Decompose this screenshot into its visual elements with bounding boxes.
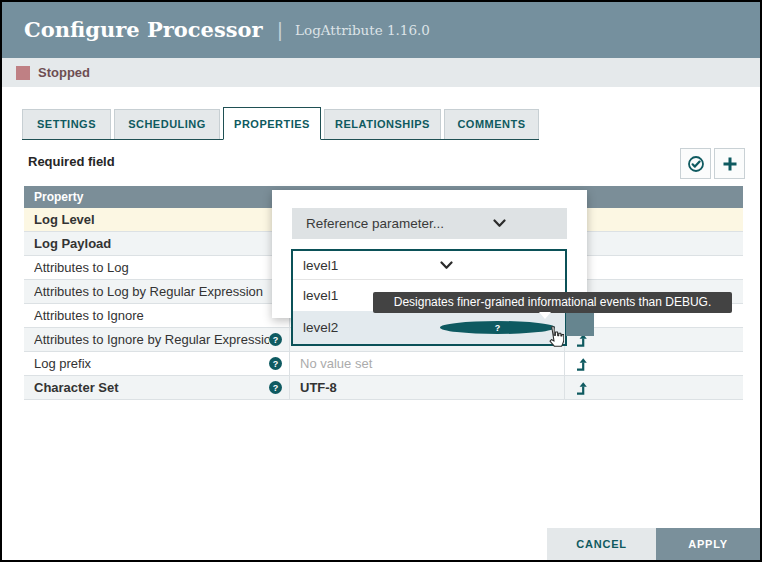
help-icon[interactable]: ? bbox=[269, 357, 282, 370]
tab-properties[interactable]: PROPERTIES bbox=[223, 107, 321, 140]
add-property-button[interactable] bbox=[714, 148, 745, 179]
property-extra-cell bbox=[565, 352, 743, 375]
property-name-cell: Attributes to Ignore by Regular Expressi… bbox=[24, 328, 290, 351]
level-up-arrow-icon[interactable] bbox=[575, 381, 588, 395]
option-description-tooltip: Designates finer-grained informational e… bbox=[373, 292, 732, 313]
property-value-cell[interactable]: No value set bbox=[290, 352, 565, 375]
status-bar: Stopped bbox=[0, 58, 762, 87]
property-value-cell[interactable]: UTF-8 bbox=[290, 376, 565, 399]
verify-properties-button[interactable] bbox=[680, 148, 711, 179]
combo-option-level2[interactable]: level2 ? bbox=[293, 311, 565, 344]
property-name-cell: Character Set ? bbox=[24, 376, 290, 399]
cancel-button[interactable]: CANCEL bbox=[547, 528, 656, 560]
configure-processor-dialog: Configure Processor | LogAttribute 1.16.… bbox=[0, 0, 762, 562]
dialog-titlebar: Configure Processor | LogAttribute 1.16.… bbox=[0, 0, 762, 58]
processor-type-version: LogAttribute 1.16.0 bbox=[295, 20, 430, 38]
property-name-cell: Attributes to Log by Regular Expression bbox=[24, 280, 290, 303]
property-extra-cell bbox=[565, 208, 743, 231]
combo-selected-value[interactable]: level1 bbox=[293, 251, 565, 280]
tab-settings[interactable]: SETTINGS bbox=[22, 109, 111, 139]
tab-relationships[interactable]: RELATIONSHIPS bbox=[324, 109, 441, 139]
property-extra-cell bbox=[565, 232, 743, 255]
reference-parameter-select[interactable]: Reference parameter... bbox=[292, 208, 567, 239]
property-name-cell: Attributes to Ignore bbox=[24, 304, 290, 327]
property-column-header: Property bbox=[34, 190, 83, 204]
tooltip-caret bbox=[539, 312, 551, 319]
property-name-cell: Log prefix ? bbox=[24, 352, 290, 375]
apply-button[interactable]: APPLY bbox=[656, 528, 760, 560]
plus-icon bbox=[721, 155, 739, 173]
help-icon[interactable]: ? bbox=[440, 321, 555, 334]
stopped-status-icon bbox=[16, 66, 30, 80]
chevron-down-icon bbox=[493, 219, 555, 228]
property-name-cell: Log Payload bbox=[24, 232, 290, 255]
property-extra-cell bbox=[565, 256, 743, 279]
title-separator: | bbox=[277, 18, 283, 40]
property-name-cell: Log Level bbox=[24, 208, 290, 231]
help-icon[interactable]: ? bbox=[269, 333, 282, 346]
dialog-title: Configure Processor bbox=[24, 17, 263, 42]
table-row: Log prefix ? No value set bbox=[24, 352, 743, 376]
check-circle-icon bbox=[687, 155, 705, 173]
status-label: Stopped bbox=[38, 65, 90, 80]
property-extra-cell bbox=[565, 376, 743, 399]
table-row: Character Set ? UTF-8 bbox=[24, 376, 743, 400]
required-field-label: Required field bbox=[28, 154, 115, 169]
tab-scheduling[interactable]: SCHEDULING bbox=[114, 109, 220, 139]
hand-cursor bbox=[545, 326, 564, 348]
help-icon[interactable]: ? bbox=[269, 381, 282, 394]
dialog-tabs: SETTINGS SCHEDULING PROPERTIES RELATIONS… bbox=[22, 107, 539, 140]
chevron-down-icon bbox=[440, 261, 555, 270]
tab-comments[interactable]: COMMENTS bbox=[444, 109, 539, 139]
property-name-cell: Attributes to Log bbox=[24, 256, 290, 279]
level-up-arrow-icon[interactable] bbox=[575, 357, 588, 371]
